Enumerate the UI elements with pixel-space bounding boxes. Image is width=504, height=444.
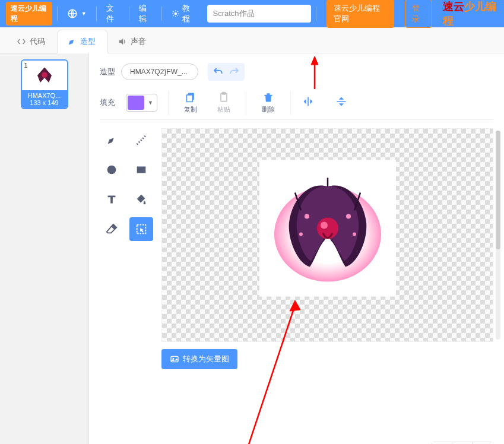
canvas[interactable] [161, 128, 493, 342]
line-tool[interactable] [129, 128, 153, 152]
fill-tool[interactable] [129, 188, 153, 211]
svg-point-14 [346, 214, 351, 219]
paste-button[interactable]: 粘贴 [213, 91, 235, 114]
vertical-scrollbar[interactable] [496, 131, 500, 340]
logo-badge: 速云少儿编程 [6, 2, 52, 26]
convert-to-vector-button[interactable]: 转换为矢量图 [161, 349, 237, 369]
login-button[interactable]: 登录 [405, 0, 432, 28]
flip-vertical-button[interactable] [335, 95, 348, 108]
copy-button[interactable]: 复制 [179, 91, 202, 114]
fill-color-picker[interactable]: ▼ [126, 94, 157, 112]
svg-point-18 [173, 358, 175, 360]
redo-button[interactable] [227, 64, 242, 80]
official-site-button[interactable]: 速云少儿编程官网 [327, 0, 394, 28]
rect-tool[interactable] [129, 158, 153, 182]
color-swatch [128, 96, 144, 110]
svg-point-13 [305, 214, 309, 219]
thumb-preview [22, 61, 67, 90]
eraser-tool[interactable] [100, 217, 123, 241]
svg-point-16 [353, 233, 356, 236]
circle-tool[interactable] [100, 158, 123, 182]
tools-palette [100, 128, 153, 435]
select-tool[interactable] [129, 217, 153, 241]
svg-rect-4 [186, 95, 192, 102]
chevron-down-icon: ▼ [145, 100, 156, 106]
tab-sounds[interactable]: 声音 [108, 30, 158, 53]
flip-horizontal-button[interactable] [302, 95, 315, 108]
delete-button[interactable]: 删除 [257, 91, 280, 114]
brush-tool[interactable] [100, 128, 123, 152]
svg-point-2 [42, 72, 47, 78]
svg-rect-8 [137, 167, 146, 173]
costume-thumb[interactable]: 1 HMAX7Q... 133 x 149 [21, 59, 68, 109]
tabs: 代码 造型 声音 [0, 27, 504, 53]
costume-list: 1 HMAX7Q... 133 x 149 [0, 53, 89, 444]
costume-label: 造型 [100, 66, 115, 77]
svg-point-11 [317, 218, 338, 239]
fill-label: 填充 [100, 97, 115, 108]
canvas-area: 转换为矢量图 [100, 128, 493, 435]
canvas-wrap: 转换为矢量图 [161, 128, 493, 435]
workspace: 1 HMAX7Q... 133 x 149 造型 填充 ▼ [0, 53, 504, 444]
tab-costumes[interactable]: 造型 [57, 30, 108, 53]
text-tool[interactable] [100, 188, 123, 211]
file-menu[interactable]: 文件 [102, 3, 124, 24]
svg-point-15 [299, 233, 303, 236]
thumb-number: 1 [24, 62, 28, 69]
tutorials-menu[interactable]: 教程 [167, 3, 200, 24]
tab-code[interactable]: 代码 [7, 30, 57, 53]
edit-toolbar: 填充 ▼ 复制 粘贴 删除 [100, 87, 493, 120]
thumb-caption: HMAX7Q... 133 x 149 [22, 90, 67, 108]
svg-point-7 [107, 166, 116, 175]
costume-name-input[interactable] [121, 64, 198, 80]
paint-editor: 造型 填充 ▼ 复制 粘贴 [89, 53, 504, 444]
costume-name-row: 造型 [100, 63, 493, 81]
svg-point-1 [175, 12, 177, 15]
undo-button[interactable] [210, 64, 226, 80]
svg-point-12 [321, 222, 328, 229]
search-input[interactable]: Scratch作品 [207, 5, 311, 23]
menubar: 速云少儿编程 ▼ 文件 编辑 教程 Scratch作品 速云少儿编程官网 登录 … [0, 0, 504, 27]
chevron-down-icon: ▼ [81, 11, 87, 17]
sprite-on-canvas[interactable] [259, 160, 396, 297]
zoom-controls [432, 442, 493, 444]
language-menu[interactable]: ▼ [62, 8, 91, 19]
brand-text: 速云少儿编程 [443, 0, 498, 28]
edit-menu[interactable]: 编辑 [134, 3, 157, 24]
